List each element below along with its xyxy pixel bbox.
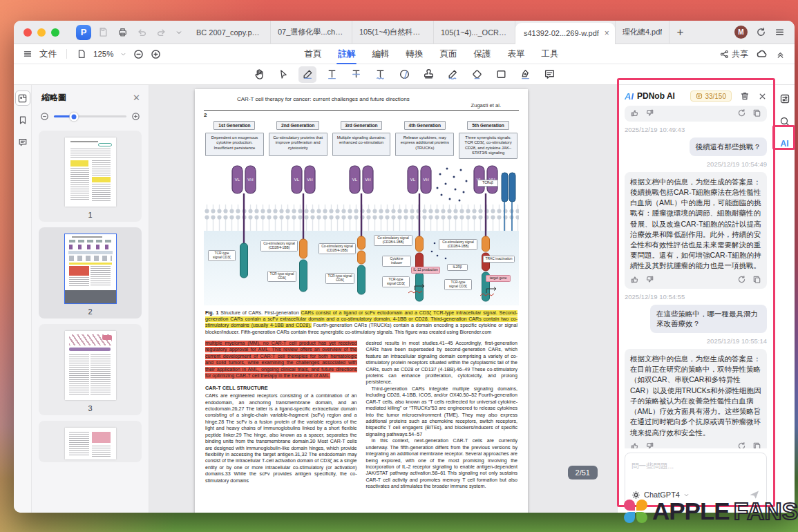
pen-tool-button[interactable] <box>516 66 534 83</box>
ribbon-tab-convert[interactable]: 轉換 <box>404 45 424 64</box>
tab-document[interactable]: 理化總4.pdf <box>615 21 669 44</box>
close-panel-icon[interactable] <box>758 92 767 101</box>
stamp-tool-button[interactable] <box>419 66 437 83</box>
ribbon-tab-protect[interactable]: 保護 <box>472 45 492 64</box>
highlight-tool-button[interactable] <box>298 66 316 83</box>
eraser-tool-button[interactable] <box>468 66 486 83</box>
ribbon-tab-annotate[interactable]: 註解 <box>336 45 357 64</box>
thumbs-up-icon[interactable] <box>630 108 639 117</box>
collapse-toolbar-icon[interactable] <box>776 50 785 59</box>
thumbs-up-icon[interactable] <box>630 441 639 448</box>
underline-tool-button[interactable] <box>323 66 341 83</box>
ai-panel-toggle-button[interactable]: AI <box>781 139 789 149</box>
ribbon-tab-tools[interactable]: 工具 <box>540 45 560 64</box>
ribbon-tab-edit[interactable]: 編輯 <box>370 45 390 64</box>
rectangle-tool-button[interactable] <box>492 66 510 83</box>
new-tab-button[interactable]: + <box>669 21 690 44</box>
thumbnails-panel-button[interactable] <box>15 91 30 106</box>
paper-page-number: 2 <box>204 112 519 118</box>
comments-panel-button[interactable] <box>15 135 30 150</box>
redo-icon[interactable] <box>156 27 167 37</box>
fountain-pen-icon <box>520 68 531 80</box>
cloud-icon[interactable] <box>757 48 768 59</box>
close-panel-icon[interactable]: ✕ <box>133 93 140 103</box>
comment-tool-button[interactable] <box>540 66 558 83</box>
figure-caption-label: Fig. 1 <box>205 310 218 316</box>
copy-icon[interactable] <box>752 108 761 117</box>
zoom-in-icon[interactable] <box>131 112 140 121</box>
chevron-down-icon[interactable] <box>175 29 182 36</box>
thumbs-up-icon[interactable] <box>630 275 639 284</box>
stamp-icon <box>423 68 435 80</box>
page-thumbnail[interactable]: 1 <box>39 131 142 222</box>
diagram-label: Co-stimulatory signal (CD28/4-1BB) <box>260 240 298 252</box>
tab-document[interactable]: 105(1~4)自然科題本.pdf <box>352 21 434 44</box>
zoom-out-icon[interactable] <box>133 49 144 59</box>
quota-icon <box>696 93 703 99</box>
file-menu[interactable]: 文件 <box>39 48 57 60</box>
highlighter-icon <box>302 68 314 80</box>
pdf-viewer[interactable]: CAR-T cell therapy for cancer: current c… <box>149 85 617 513</box>
zoom-level[interactable]: 125% <box>93 50 113 58</box>
shapes-tool-button[interactable] <box>395 66 413 83</box>
zoom-window-button[interactable] <box>51 28 59 37</box>
hand-tool-button[interactable] <box>250 66 268 83</box>
zoom-out-icon[interactable] <box>40 112 49 121</box>
paper-right-column: desired results in most studies.41–45 Ac… <box>366 341 518 491</box>
thumbnails-icon <box>17 93 28 104</box>
close-tab-icon[interactable]: × <box>605 28 609 38</box>
menu-icon[interactable] <box>775 27 785 37</box>
copy-icon[interactable] <box>752 275 761 284</box>
select-tool-button[interactable] <box>274 66 292 83</box>
chevron-down-icon[interactable] <box>120 51 126 57</box>
copy-icon[interactable] <box>752 441 761 448</box>
timestamp: 2025/12/19 10:49:43 <box>625 126 767 133</box>
tab-document[interactable]: BC 2007_copy.pdf * <box>189 21 271 44</box>
minimize-window-button[interactable] <box>37 28 46 37</box>
slider-track[interactable] <box>54 115 126 117</box>
bookmarks-panel-button[interactable] <box>15 113 30 128</box>
ribbon-tabs: 首頁 註解 編輯 轉換 頁面 保護 表單 工具 <box>303 45 560 64</box>
ribbon-tab-home[interactable]: 首頁 <box>303 45 323 64</box>
sync-icon[interactable] <box>756 27 766 37</box>
file-menu-icon[interactable] <box>23 49 32 59</box>
page-thumbnail-selected[interactable]: 2 <box>39 227 142 319</box>
timestamp: 2025/12/19 10:55:14 <box>625 337 767 345</box>
page-thumbnail[interactable]: 4 <box>39 421 142 462</box>
search-icon[interactable] <box>779 116 790 127</box>
page-view-icon[interactable] <box>77 49 86 59</box>
regenerate-icon[interactable] <box>737 441 746 448</box>
thumbs-down-icon[interactable] <box>645 275 654 284</box>
regenerate-icon[interactable] <box>737 275 746 284</box>
properties-icon[interactable] <box>779 93 790 104</box>
svg-text:VL: VL <box>352 178 358 182</box>
ribbon-tab-page[interactable]: 頁面 <box>438 45 458 64</box>
slider-knob[interactable] <box>70 112 79 121</box>
undo-icon[interactable] <box>137 27 147 37</box>
clear-chat-icon[interactable] <box>740 91 750 101</box>
tab-document[interactable]: 105(1~4)..._OCR.pdf <box>434 21 515 44</box>
page-thumbnail[interactable]: 3 <box>39 324 142 415</box>
share-button[interactable]: 共享 <box>720 48 748 60</box>
thumbs-down-icon[interactable] <box>645 441 654 448</box>
regenerate-icon[interactable] <box>737 108 746 117</box>
thumbs-down-icon[interactable] <box>645 108 654 117</box>
avatar[interactable]: M <box>734 26 748 39</box>
timestamp: 2025/12/19 10:54:55 <box>625 293 767 301</box>
document-tabs: BC 2007_copy.pdf * 07_選修化學...ch5.pdf 105… <box>189 21 730 44</box>
close-window-button[interactable] <box>23 28 32 37</box>
ribbon-tab-forms[interactable]: 表單 <box>506 45 526 64</box>
tab-document[interactable]: 07_選修化學...ch5.pdf <box>271 21 352 44</box>
signature-tool-button[interactable] <box>444 66 462 83</box>
signature-icon <box>447 68 459 80</box>
print-icon[interactable] <box>117 27 128 37</box>
pdnob-ai-logo-icon: AI <box>625 91 634 102</box>
chat-input[interactable] <box>631 462 760 470</box>
strikethrough-tool-button[interactable] <box>347 66 365 83</box>
save-icon[interactable] <box>98 27 108 37</box>
tab-document-active[interactable]: s41392-02...269-w.pdf × <box>515 23 615 44</box>
squiggly-tool-button[interactable] <box>371 66 389 83</box>
diagram-label: IL2Rβ <box>447 264 468 272</box>
zoom-in-icon[interactable] <box>151 49 161 59</box>
svg-text:VH: VH <box>247 178 253 182</box>
